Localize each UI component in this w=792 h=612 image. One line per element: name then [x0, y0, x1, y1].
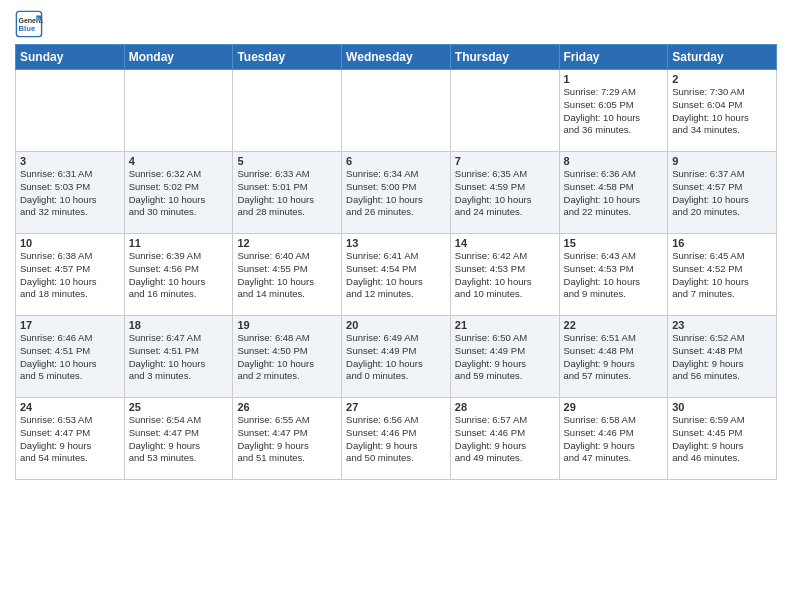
day-info: Sunrise: 6:57 AM Sunset: 4:46 PM Dayligh…: [455, 414, 555, 465]
day-of-week-header: Saturday: [668, 45, 777, 70]
day-number: 24: [20, 401, 120, 413]
day-number: 5: [237, 155, 337, 167]
day-number: 18: [129, 319, 229, 331]
calendar-cell: 8Sunrise: 6:36 AM Sunset: 4:58 PM Daylig…: [559, 152, 668, 234]
day-info: Sunrise: 6:39 AM Sunset: 4:56 PM Dayligh…: [129, 250, 229, 301]
calendar-cell: 23Sunrise: 6:52 AM Sunset: 4:48 PM Dayli…: [668, 316, 777, 398]
day-info: Sunrise: 6:33 AM Sunset: 5:01 PM Dayligh…: [237, 168, 337, 219]
calendar-cell: 24Sunrise: 6:53 AM Sunset: 4:47 PM Dayli…: [16, 398, 125, 480]
calendar-cell: 28Sunrise: 6:57 AM Sunset: 4:46 PM Dayli…: [450, 398, 559, 480]
day-info: Sunrise: 6:34 AM Sunset: 5:00 PM Dayligh…: [346, 168, 446, 219]
day-info: Sunrise: 6:51 AM Sunset: 4:48 PM Dayligh…: [564, 332, 664, 383]
day-number: 6: [346, 155, 446, 167]
calendar-cell: 18Sunrise: 6:47 AM Sunset: 4:51 PM Dayli…: [124, 316, 233, 398]
day-number: 23: [672, 319, 772, 331]
day-info: Sunrise: 6:37 AM Sunset: 4:57 PM Dayligh…: [672, 168, 772, 219]
calendar-cell: [342, 70, 451, 152]
calendar-cell: 19Sunrise: 6:48 AM Sunset: 4:50 PM Dayli…: [233, 316, 342, 398]
day-number: 4: [129, 155, 229, 167]
day-number: 8: [564, 155, 664, 167]
day-info: Sunrise: 6:46 AM Sunset: 4:51 PM Dayligh…: [20, 332, 120, 383]
calendar-cell: 15Sunrise: 6:43 AM Sunset: 4:53 PM Dayli…: [559, 234, 668, 316]
calendar-cell: 12Sunrise: 6:40 AM Sunset: 4:55 PM Dayli…: [233, 234, 342, 316]
day-number: 16: [672, 237, 772, 249]
day-number: 11: [129, 237, 229, 249]
day-info: Sunrise: 6:32 AM Sunset: 5:02 PM Dayligh…: [129, 168, 229, 219]
calendar-cell: 4Sunrise: 6:32 AM Sunset: 5:02 PM Daylig…: [124, 152, 233, 234]
day-number: 19: [237, 319, 337, 331]
calendar-cell: 10Sunrise: 6:38 AM Sunset: 4:57 PM Dayli…: [16, 234, 125, 316]
day-of-week-header: Wednesday: [342, 45, 451, 70]
day-number: 17: [20, 319, 120, 331]
day-number: 13: [346, 237, 446, 249]
calendar-cell: 21Sunrise: 6:50 AM Sunset: 4:49 PM Dayli…: [450, 316, 559, 398]
calendar-cell: 22Sunrise: 6:51 AM Sunset: 4:48 PM Dayli…: [559, 316, 668, 398]
calendar-cell: [16, 70, 125, 152]
calendar-cell: 1Sunrise: 7:29 AM Sunset: 6:05 PM Daylig…: [559, 70, 668, 152]
day-info: Sunrise: 6:52 AM Sunset: 4:48 PM Dayligh…: [672, 332, 772, 383]
calendar-week-row: 1Sunrise: 7:29 AM Sunset: 6:05 PM Daylig…: [16, 70, 777, 152]
day-info: Sunrise: 6:53 AM Sunset: 4:47 PM Dayligh…: [20, 414, 120, 465]
calendar-cell: 13Sunrise: 6:41 AM Sunset: 4:54 PM Dayli…: [342, 234, 451, 316]
calendar-week-row: 24Sunrise: 6:53 AM Sunset: 4:47 PM Dayli…: [16, 398, 777, 480]
day-info: Sunrise: 6:48 AM Sunset: 4:50 PM Dayligh…: [237, 332, 337, 383]
day-info: Sunrise: 6:31 AM Sunset: 5:03 PM Dayligh…: [20, 168, 120, 219]
day-info: Sunrise: 6:40 AM Sunset: 4:55 PM Dayligh…: [237, 250, 337, 301]
day-info: Sunrise: 6:50 AM Sunset: 4:49 PM Dayligh…: [455, 332, 555, 383]
header: General Blue: [15, 10, 777, 38]
day-info: Sunrise: 6:54 AM Sunset: 4:47 PM Dayligh…: [129, 414, 229, 465]
calendar-cell: 30Sunrise: 6:59 AM Sunset: 4:45 PM Dayli…: [668, 398, 777, 480]
day-number: 7: [455, 155, 555, 167]
day-number: 14: [455, 237, 555, 249]
day-number: 28: [455, 401, 555, 413]
day-info: Sunrise: 7:30 AM Sunset: 6:04 PM Dayligh…: [672, 86, 772, 137]
day-info: Sunrise: 6:49 AM Sunset: 4:49 PM Dayligh…: [346, 332, 446, 383]
day-info: Sunrise: 6:59 AM Sunset: 4:45 PM Dayligh…: [672, 414, 772, 465]
day-number: 22: [564, 319, 664, 331]
day-number: 15: [564, 237, 664, 249]
day-info: Sunrise: 6:36 AM Sunset: 4:58 PM Dayligh…: [564, 168, 664, 219]
day-number: 26: [237, 401, 337, 413]
calendar-cell: 20Sunrise: 6:49 AM Sunset: 4:49 PM Dayli…: [342, 316, 451, 398]
calendar-cell: 16Sunrise: 6:45 AM Sunset: 4:52 PM Dayli…: [668, 234, 777, 316]
day-number: 29: [564, 401, 664, 413]
page: General Blue SundayMondayTuesdayWednesda…: [0, 0, 792, 490]
day-info: Sunrise: 7:29 AM Sunset: 6:05 PM Dayligh…: [564, 86, 664, 137]
day-info: Sunrise: 6:38 AM Sunset: 4:57 PM Dayligh…: [20, 250, 120, 301]
calendar: SundayMondayTuesdayWednesdayThursdayFrid…: [15, 44, 777, 480]
day-of-week-header: Sunday: [16, 45, 125, 70]
calendar-cell: 2Sunrise: 7:30 AM Sunset: 6:04 PM Daylig…: [668, 70, 777, 152]
logo-icon: General Blue: [15, 10, 43, 38]
day-info: Sunrise: 6:56 AM Sunset: 4:46 PM Dayligh…: [346, 414, 446, 465]
calendar-cell: 7Sunrise: 6:35 AM Sunset: 4:59 PM Daylig…: [450, 152, 559, 234]
calendar-cell: 11Sunrise: 6:39 AM Sunset: 4:56 PM Dayli…: [124, 234, 233, 316]
calendar-cell: 25Sunrise: 6:54 AM Sunset: 4:47 PM Dayli…: [124, 398, 233, 480]
calendar-cell: [124, 70, 233, 152]
day-info: Sunrise: 6:43 AM Sunset: 4:53 PM Dayligh…: [564, 250, 664, 301]
svg-text:Blue: Blue: [19, 24, 36, 33]
calendar-cell: [233, 70, 342, 152]
calendar-cell: 3Sunrise: 6:31 AM Sunset: 5:03 PM Daylig…: [16, 152, 125, 234]
day-number: 25: [129, 401, 229, 413]
day-of-week-header: Tuesday: [233, 45, 342, 70]
day-number: 1: [564, 73, 664, 85]
day-info: Sunrise: 6:58 AM Sunset: 4:46 PM Dayligh…: [564, 414, 664, 465]
calendar-cell: 17Sunrise: 6:46 AM Sunset: 4:51 PM Dayli…: [16, 316, 125, 398]
day-info: Sunrise: 6:41 AM Sunset: 4:54 PM Dayligh…: [346, 250, 446, 301]
day-number: 27: [346, 401, 446, 413]
calendar-cell: 9Sunrise: 6:37 AM Sunset: 4:57 PM Daylig…: [668, 152, 777, 234]
day-of-week-header: Friday: [559, 45, 668, 70]
day-of-week-header: Monday: [124, 45, 233, 70]
day-number: 9: [672, 155, 772, 167]
calendar-cell: 27Sunrise: 6:56 AM Sunset: 4:46 PM Dayli…: [342, 398, 451, 480]
day-number: 21: [455, 319, 555, 331]
calendar-week-row: 10Sunrise: 6:38 AM Sunset: 4:57 PM Dayli…: [16, 234, 777, 316]
day-info: Sunrise: 6:45 AM Sunset: 4:52 PM Dayligh…: [672, 250, 772, 301]
day-number: 12: [237, 237, 337, 249]
day-number: 20: [346, 319, 446, 331]
day-number: 3: [20, 155, 120, 167]
calendar-week-row: 3Sunrise: 6:31 AM Sunset: 5:03 PM Daylig…: [16, 152, 777, 234]
day-info: Sunrise: 6:55 AM Sunset: 4:47 PM Dayligh…: [237, 414, 337, 465]
calendar-cell: [450, 70, 559, 152]
day-info: Sunrise: 6:42 AM Sunset: 4:53 PM Dayligh…: [455, 250, 555, 301]
